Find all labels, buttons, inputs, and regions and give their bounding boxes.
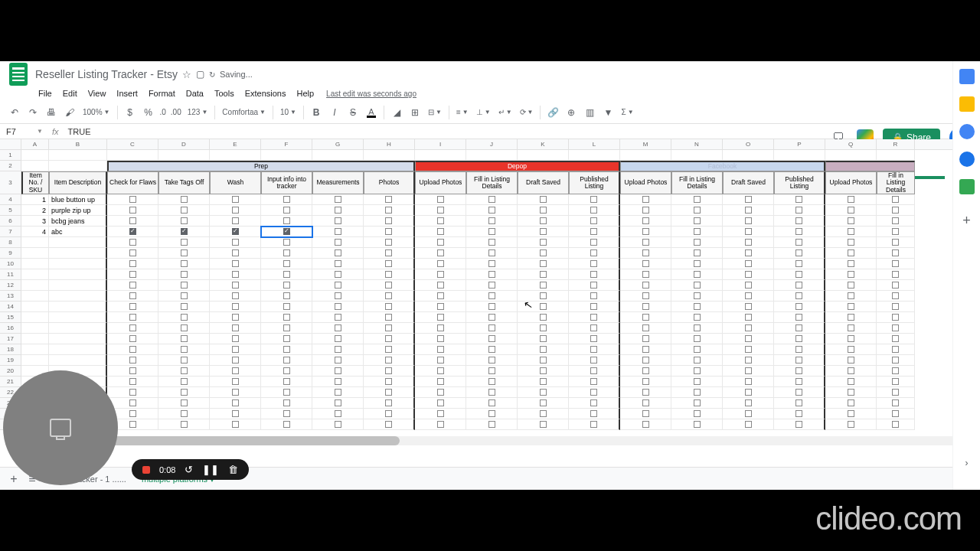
checkbox[interactable]: [335, 303, 341, 310]
cell[interactable]: [107, 312, 158, 323]
checkbox[interactable]: [283, 357, 290, 364]
cell[interactable]: [49, 355, 107, 366]
checkbox[interactable]: [335, 324, 341, 331]
cell[interactable]: [825, 227, 877, 237]
merge-cells-button[interactable]: ⊟▼: [425, 108, 445, 116]
cell[interactable]: [107, 269, 158, 280]
cell[interactable]: [569, 259, 620, 269]
checkbox[interactable]: [283, 335, 290, 342]
checkbox[interactable]: [892, 271, 899, 278]
checkbox[interactable]: [745, 228, 752, 235]
checkbox[interactable]: [540, 324, 547, 331]
cell[interactable]: [569, 280, 620, 291]
cell[interactable]: [364, 150, 415, 161]
cell[interactable]: [620, 334, 671, 344]
checkbox[interactable]: [283, 410, 290, 417]
cell[interactable]: [49, 291, 107, 302]
checkbox[interactable]: [590, 217, 597, 224]
checkbox[interactable]: [283, 196, 290, 203]
cell[interactable]: Published Listing: [774, 171, 825, 194]
checkbox[interactable]: [694, 260, 701, 267]
cell[interactable]: [107, 227, 158, 237]
column-header[interactable]: E: [210, 139, 261, 149]
cell[interactable]: [158, 419, 210, 430]
cell[interactable]: [518, 216, 569, 227]
cell[interactable]: [21, 280, 49, 291]
cell[interactable]: Check for Flaws: [107, 171, 158, 194]
cell[interactable]: [364, 344, 415, 355]
checkbox[interactable]: [795, 260, 802, 267]
checkbox[interactable]: [488, 207, 495, 214]
checkbox[interactable]: [181, 260, 188, 267]
cell[interactable]: [723, 419, 774, 430]
checkbox[interactable]: [892, 196, 899, 203]
checkbox[interactable]: [335, 217, 341, 224]
column-header[interactable]: B: [49, 139, 107, 149]
cell[interactable]: [21, 248, 49, 259]
checkbox[interactable]: [437, 207, 444, 214]
cell[interactable]: [364, 419, 415, 430]
checkbox[interactable]: [642, 249, 649, 256]
checkbox[interactable]: [129, 217, 136, 224]
checkbox[interactable]: [335, 389, 341, 396]
checkbox[interactable]: [283, 346, 290, 353]
checkbox[interactable]: [848, 421, 854, 428]
cell[interactable]: [466, 344, 518, 355]
cell[interactable]: [312, 312, 364, 323]
cell[interactable]: [825, 334, 877, 344]
checkbox[interactable]: [745, 196, 752, 203]
checkbox[interactable]: [590, 389, 597, 396]
cell[interactable]: [671, 334, 723, 344]
cell[interactable]: [774, 216, 825, 227]
cell[interactable]: 4: [21, 227, 49, 237]
checkbox[interactable]: [488, 282, 495, 289]
cell[interactable]: [364, 248, 415, 259]
checkbox[interactable]: [892, 239, 899, 246]
cell[interactable]: [877, 355, 915, 366]
checkbox[interactable]: [745, 357, 752, 364]
checkbox[interactable]: [590, 249, 597, 256]
checkbox[interactable]: [129, 249, 136, 256]
checkbox[interactable]: [590, 303, 597, 310]
cell[interactable]: [518, 398, 569, 409]
cell[interactable]: [723, 205, 774, 216]
checkbox[interactable]: [181, 239, 188, 246]
checkbox[interactable]: [642, 367, 649, 374]
cell[interactable]: [415, 205, 466, 216]
checkbox[interactable]: [283, 249, 290, 256]
cell[interactable]: [825, 194, 877, 205]
cell[interactable]: [620, 323, 671, 334]
cell[interactable]: [261, 344, 312, 355]
cell[interactable]: [723, 216, 774, 227]
checkbox[interactable]: [488, 314, 495, 321]
cell[interactable]: [877, 302, 915, 312]
checkbox[interactable]: [848, 324, 854, 331]
checkbox[interactable]: [745, 378, 752, 385]
cell[interactable]: [261, 194, 312, 205]
addons-plus-icon[interactable]: +: [962, 213, 971, 229]
cell[interactable]: [364, 387, 415, 398]
cell[interactable]: purple zip up: [49, 205, 107, 216]
cell[interactable]: [21, 302, 49, 312]
checkbox[interactable]: [892, 260, 899, 267]
checkbox[interactable]: [437, 271, 444, 278]
checkbox[interactable]: [745, 399, 752, 406]
checkbox[interactable]: [694, 303, 701, 310]
cell[interactable]: [210, 205, 261, 216]
checkbox[interactable]: [283, 421, 290, 428]
row-header[interactable]: 2: [0, 161, 21, 171]
cell[interactable]: [210, 291, 261, 302]
checkbox[interactable]: [129, 292, 136, 299]
cell[interactable]: [877, 387, 915, 398]
cell[interactable]: Photos: [364, 171, 415, 194]
checkbox[interactable]: [590, 367, 597, 374]
cell[interactable]: [210, 419, 261, 430]
checkbox[interactable]: [848, 196, 854, 203]
checkbox[interactable]: [232, 260, 239, 267]
checkbox[interactable]: [590, 292, 597, 299]
cell[interactable]: [569, 227, 620, 237]
cell[interactable]: [569, 419, 620, 430]
cell[interactable]: [518, 312, 569, 323]
cell[interactable]: [877, 409, 915, 419]
cell[interactable]: [107, 291, 158, 302]
